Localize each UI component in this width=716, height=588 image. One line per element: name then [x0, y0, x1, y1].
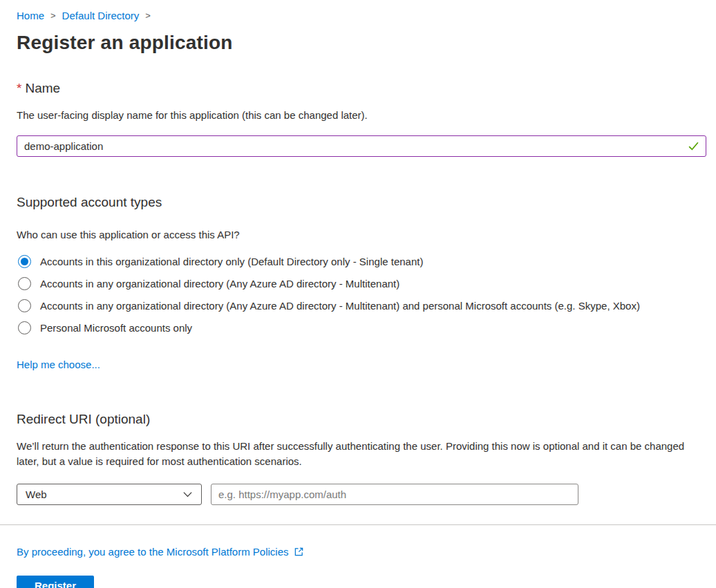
name-label-text: Name — [25, 81, 60, 95]
breadcrumb-default-directory-link[interactable]: Default Directory — [62, 10, 140, 21]
radio-label: Personal Microsoft accounts only — [40, 322, 192, 334]
account-types-question: Who can use this application or access t… — [17, 227, 706, 243]
breadcrumb-home-link[interactable]: Home — [17, 10, 44, 21]
policy-line: By proceeding, you agree to the Microsof… — [17, 546, 706, 558]
name-input-wrapper — [17, 135, 706, 157]
radio-label: Accounts in this organizational director… — [40, 256, 423, 267]
footer-divider — [0, 524, 716, 525]
platform-policies-link[interactable]: By proceeding, you agree to the Microsof… — [17, 546, 289, 558]
supported-account-types-heading: Supported account types — [17, 195, 706, 210]
platform-select-value: Web — [26, 489, 47, 500]
external-link-icon — [294, 547, 304, 557]
radio-single-tenant[interactable]: Accounts in this organizational director… — [17, 255, 706, 268]
radio-personal-only[interactable]: Personal Microsoft accounts only — [17, 321, 706, 334]
name-input[interactable] — [17, 135, 706, 157]
radio-icon[interactable] — [18, 321, 31, 334]
radio-multitenant[interactable]: Accounts in any organizational directory… — [17, 277, 706, 290]
redirect-uri-input[interactable] — [211, 484, 578, 505]
radio-icon[interactable] — [18, 277, 31, 290]
valid-checkmark-icon — [688, 140, 699, 152]
redirect-uri-heading: Redirect URI (optional) — [17, 412, 706, 427]
register-button[interactable]: Register — [17, 576, 94, 588]
breadcrumb-separator-icon: > — [50, 10, 56, 21]
radio-icon[interactable] — [18, 255, 31, 268]
radio-icon[interactable] — [18, 299, 31, 312]
radio-label: Accounts in any organizational directory… — [40, 300, 640, 312]
redirect-uri-row: Web — [17, 484, 706, 505]
help-me-choose-link[interactable]: Help me choose... — [17, 359, 100, 370]
radio-label: Accounts in any organizational directory… — [40, 278, 399, 290]
page-title: Register an application — [17, 32, 706, 54]
breadcrumb-separator-icon: > — [145, 10, 151, 21]
radio-multitenant-personal[interactable]: Accounts in any organizational directory… — [17, 299, 706, 312]
name-field-label: *Name — [17, 81, 706, 96]
platform-select[interactable]: Web — [17, 484, 202, 505]
chevron-down-icon — [182, 489, 193, 500]
name-field-description: The user-facing display name for this ap… — [17, 108, 706, 123]
account-type-radio-group: Accounts in this organizational director… — [17, 255, 706, 334]
breadcrumb: Home > Default Directory > — [17, 10, 706, 21]
redirect-uri-description: We’ll return the authentication response… — [17, 439, 706, 469]
required-asterisk: * — [17, 81, 21, 95]
register-application-page: Home > Default Directory > Register an a… — [0, 0, 716, 588]
